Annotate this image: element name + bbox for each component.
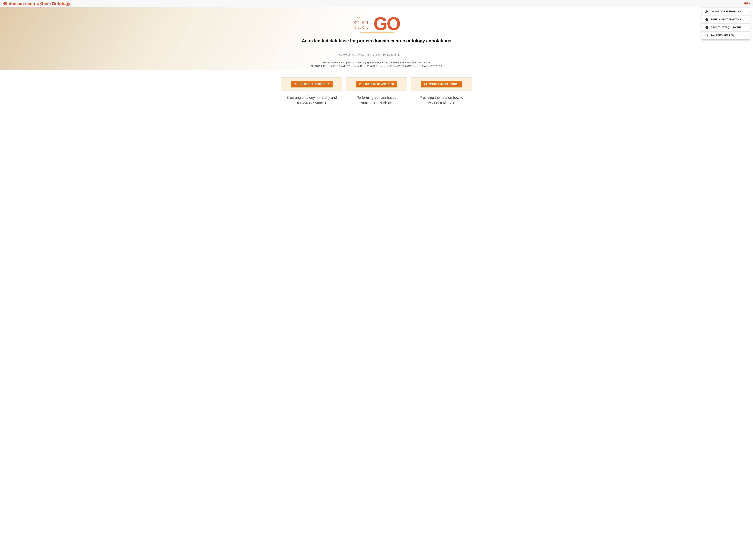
about-button[interactable]: ABOUT | MYSQL | MORE [421,81,462,87]
enrich-icon [359,83,362,85]
caret-down-icon [749,3,750,4]
search-help-keywords: SEARCH keywords: protein domains (eg Imm… [291,61,462,64]
dropdown-item-about[interactable]: ABOUT | MYSQL | MORE [702,24,750,32]
enrich-icon [705,18,709,21]
example: PF00001 [367,65,378,67]
dropdown-item-label: ENRICHMENT ANALYSIS [711,18,741,21]
logo: dc GO [291,15,462,35]
svg-rect-1 [745,3,748,4]
text: ) [430,61,431,64]
search-input[interactable] [336,51,417,58]
logo-go-text: GO [374,15,400,34]
card-about: ABOUT | MYSQL | MORE Providing the help … [411,77,472,110]
card-head: ABOUT | MYSQL | MORE [411,78,472,91]
card-head: ENRICHMENT ANALYSIS [346,78,407,91]
button-label: ABOUT | MYSQL | MORE [429,83,459,86]
example: 48726 [343,65,351,67]
dropdown-item-label: ABOUT | MYSQL | MORE [711,26,741,29]
text: ), Term ID (eg [410,65,427,67]
card-body: Performing domain-based enrichment analy… [346,91,407,110]
dropdown-item-enrichment-analysis[interactable]: ENRICHMENT ANALYSIS [702,16,750,24]
dcgo-logo-icon: dc GO [353,15,400,35]
card-body: Browsing ontology hierarchy and annotate… [281,91,342,110]
dropdown-item-faceted-search[interactable]: FACETED SEARCH [702,32,750,39]
text: ), ontology terms (eg [388,61,412,64]
nav-right [745,2,750,5]
card-ontology-hierarchy: ONTOLOGY HIERARCHY Browsing ontology hie… [281,77,342,110]
card-head: ONTOLOGY HIERARCHY [281,78,342,91]
info-circle-icon [705,26,709,29]
tagline: An extended database for protein domain-… [291,38,462,43]
example: immune system [412,61,430,64]
card-description: Browsing ontology hierarchy and annotate… [285,95,339,105]
hero-inner: dc GO An extended database for protein d… [291,15,462,68]
hero-section: dc GO An extended database for protein d… [0,7,753,70]
info-circle-icon [424,83,427,85]
svg-rect-2 [745,5,748,5]
cards-row: ONTOLOGY HIERARCHY Browsing ontology hie… [276,77,477,116]
text: ), InterPro ID (eg [378,65,397,67]
logo-underline [360,32,395,34]
logo-dc-text: dc [353,15,368,32]
dropdown-menu: ONTOLOGY HIERARCHY ENRICHMENT ANALYSIS A… [702,7,750,40]
example: Immunoglobulin [370,61,388,64]
enrichment-analysis-button[interactable]: ENRICHMENT ANALYSIS [356,81,397,87]
card-enrichment-analysis: ENRICHMENT ANALYSIS Performing domain-ba… [346,77,407,110]
dropdown-item-ontology-hierarchy[interactable]: ONTOLOGY HIERARCHY [702,8,750,16]
text: ) [441,65,442,67]
site-title-link[interactable]: domain-centric Gene Ontology [9,1,70,6]
svg-rect-0 [745,2,748,3]
text: SEARCH IDs: SCOP ID (eg [311,65,343,67]
search-plus-icon [705,34,709,37]
sitemap-icon [294,83,297,85]
home-icon[interactable] [3,1,7,6]
nav-left: domain-centric Gene Ontology [3,1,70,6]
ontology-hierarchy-button[interactable]: ONTOLOGY HIERARCHY [291,81,332,87]
sitemap-icon [705,10,709,13]
dropdown-item-label: FACETED SEARCH [711,34,734,37]
bars-icon [745,2,748,5]
card-description: Providing the help on how to access and … [414,95,468,105]
card-description: Performing domain-based enrichment analy… [350,95,403,105]
example: GO:0002376 [427,65,441,67]
button-label: ENRICHMENT ANALYSIS [363,83,394,86]
button-label: ONTOLOGY HIERARCHY [298,83,329,86]
example: IPR000001 [397,65,410,67]
card-body: Providing the help on how to access and … [411,91,472,110]
text: ), Pfam ID (eg [351,65,367,67]
navbar: domain-centric Gene Ontology ONTOLOGY HI… [0,0,753,7]
text: SEARCH keywords: protein domains (eg [322,61,370,64]
dropdown-item-label: ONTOLOGY HIERARCHY [711,10,741,13]
search-help-ids: SEARCH IDs: SCOP ID (eg 48726), Pfam ID … [291,65,462,68]
hamburger-menu-button[interactable] [745,2,750,5]
